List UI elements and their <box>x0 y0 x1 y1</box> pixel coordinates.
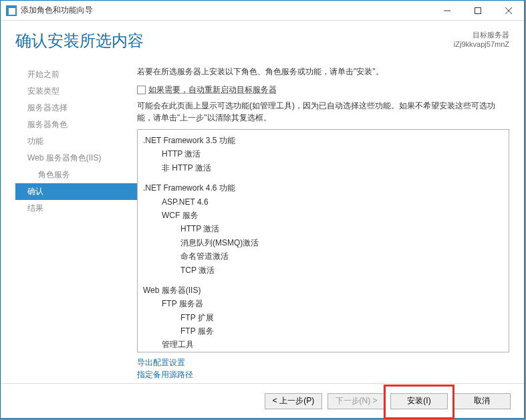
wizard-window: 添加角色和功能向导 确认安装所选内容 目标服务器 iZj9kkvapj57mnZ… <box>0 0 525 419</box>
next-button: 下一步(N) > <box>327 393 385 409</box>
tree-node: .NET Framework 4.6 功能 <box>143 181 503 195</box>
svg-rect-1 <box>475 7 481 13</box>
sidebar: 开始之前安装类型服务器选择服务器角色功能Web 服务器角色(IIS)角色服务确认… <box>15 61 137 383</box>
tree-node: 命名管道激活 <box>143 249 503 263</box>
nav-item-6[interactable]: 角色服务 <box>15 167 137 183</box>
restart-checkbox[interactable] <box>137 86 146 94</box>
warning-text: 可能会在此页面上显示可选功能(如管理工具)，因为已自动选择这些功能。如果不希望安… <box>137 100 509 124</box>
tree-node: FTP 服务器 <box>143 297 503 310</box>
app-icon <box>6 5 17 16</box>
tree-node: Web 服务器(IIS) <box>143 284 503 297</box>
tree-node: 非 HTTP 激活 <box>143 161 503 175</box>
tree-node: HTTP 激活 <box>143 147 503 161</box>
nav-item-1[interactable]: 安装类型 <box>15 83 137 100</box>
server-label: 目标服务器 <box>454 30 509 39</box>
tree-node: FTP 扩展 <box>143 311 503 324</box>
tree-node: .NET Framework 3.5 功能 <box>143 134 503 147</box>
maximize-button[interactable] <box>463 1 493 21</box>
install-button[interactable]: 安装(I) <box>390 393 448 409</box>
main-panel: 若要在所选服务器上安装以下角色、角色服务或功能，请单击"安装"。 如果需要，自动… <box>137 61 509 383</box>
body-row: 开始之前安装类型服务器选择服务器角色功能Web 服务器角色(IIS)角色服务确认… <box>1 56 524 383</box>
nav-item-4[interactable]: 功能 <box>15 133 137 150</box>
tree-node: ASP.NET 4.6 <box>143 195 503 209</box>
nav-item-2[interactable]: 服务器选择 <box>15 100 137 116</box>
minimize-icon <box>444 7 450 14</box>
tree-node: 消息队列(MSMQ)激活 <box>143 236 503 249</box>
cancel-button[interactable]: 取消 <box>453 393 511 409</box>
tree-node: WCF 服务 <box>143 209 503 222</box>
instruction-text: 若要在所选服务器上安装以下角色、角色服务或功能，请单击"安装"。 <box>137 66 509 78</box>
header-row: 确认安装所选内容 目标服务器 iZj9kkvapj57mnZ <box>1 21 524 56</box>
alt-source-link[interactable]: 指定备用源路径 <box>137 369 509 381</box>
links-row: 导出配置设置 指定备用源路径 <box>137 352 509 383</box>
tree-node: TCP 激活 <box>143 264 503 277</box>
export-config-link[interactable]: 导出配置设置 <box>137 356 509 369</box>
titlebar: 添加角色和功能向导 <box>1 1 524 21</box>
feature-tree[interactable]: .NET Framework 3.5 功能HTTP 激活非 HTTP 激活.NE… <box>137 129 509 352</box>
button-row: < 上一步(P) 下一步(N) > 安装(I) 取消 <box>1 383 524 418</box>
nav-item-0[interactable]: 开始之前 <box>15 66 137 83</box>
window-controls <box>432 1 524 21</box>
tree-node: FTP 服务 <box>143 324 503 338</box>
maximize-icon <box>475 7 481 14</box>
content: 确认安装所选内容 目标服务器 iZj9kkvapj57mnZ 开始之前安装类型服… <box>1 21 524 418</box>
minimize-button[interactable] <box>432 1 463 21</box>
server-info: 目标服务器 iZj9kkvapj57mnZ <box>454 30 509 49</box>
page-title: 确认安装所选内容 <box>15 30 454 51</box>
tree-node: HTTP 激活 <box>143 222 503 235</box>
previous-button[interactable]: < 上一步(P) <box>265 393 322 409</box>
restart-checkbox-row: 如果需要，自动重新启动目标服务器 <box>137 84 509 96</box>
nav-item-7[interactable]: 确认 <box>15 183 137 200</box>
restart-checkbox-label: 如果需要，自动重新启动目标服务器 <box>148 84 277 96</box>
nav-item-3[interactable]: 服务器角色 <box>15 116 137 133</box>
server-name: iZj9kkvapj57mnZ <box>454 39 509 49</box>
nav-item-5[interactable]: Web 服务器角色(IIS) <box>15 150 137 167</box>
window-title: 添加角色和功能向导 <box>21 5 432 16</box>
close-button[interactable] <box>493 1 524 21</box>
close-icon <box>505 7 512 14</box>
tree-node: 管理工具 <box>143 338 503 351</box>
nav-item-8[interactable]: 结果 <box>15 200 137 217</box>
